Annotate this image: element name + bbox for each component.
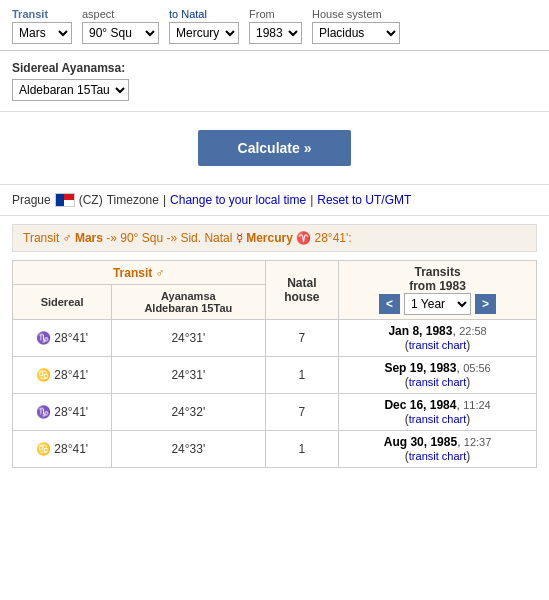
to-natal-field: to Natal Mercury Sun Moon Venus Mars (169, 8, 239, 44)
tz-text: Timezone (107, 193, 159, 207)
position-sidereal: ♑ 28°41' (13, 320, 112, 357)
sidereal-select[interactable]: Aldebaran 15Tau Lahiri Raman Krishnamurt… (12, 79, 129, 101)
position-ayanamsa: 24°32' (112, 394, 265, 431)
city-name: Prague (12, 193, 51, 207)
table-row: ♑ 28°41' 24°32' 7 Dec 16, 1984, 11:24 (t… (13, 394, 537, 431)
transit-label: Transit (12, 8, 72, 20)
sidereal-section: Sidereal Ayanamsa: Aldebaran 15Tau Lahir… (0, 51, 549, 112)
aspect-field: aspect 90° Squ 0° Con 60° Sex 120° Tri 1… (82, 8, 159, 44)
col-transit-header: Transit ♂ (13, 261, 266, 285)
reset-ut-gmt-link[interactable]: Reset to UT/GMT (317, 193, 411, 207)
transit-date: Aug 30, 1985 (384, 435, 457, 449)
transit-time: 05:56 (463, 362, 491, 374)
position-ayanamsa: 24°33' (112, 431, 265, 468)
col-transits-from-header: Transits from 1983 < 1 Year 2 Years 5 Ye… (339, 261, 537, 320)
position-sidereal: ♋ 28°41' (13, 431, 112, 468)
house-number: 7 (265, 320, 339, 357)
natal-select[interactable]: Mercury Sun Moon Venus Mars (169, 22, 239, 44)
zodiac-symbol: ♑ (36, 331, 51, 345)
change-local-time-link[interactable]: Change to your local time (170, 193, 306, 207)
transit-chart-link[interactable]: transit chart (409, 339, 466, 351)
position-ayanamsa: 24°31' (112, 320, 265, 357)
aspect-label: aspect (82, 8, 159, 20)
transit-date-cell: Sep 19, 1983, 05:56 (transit chart) (339, 357, 537, 394)
position-sidereal: ♑ 28°41' (13, 394, 112, 431)
to-natal-label: to Natal (169, 8, 239, 20)
house-number: 1 (265, 357, 339, 394)
transit-chart-link[interactable]: transit chart (409, 376, 466, 388)
transit-time: 11:24 (463, 399, 491, 411)
from-label: From (249, 8, 302, 20)
transit-chart-link[interactable]: transit chart (409, 450, 466, 462)
house-system-label: House system (312, 8, 400, 20)
results-table: Transit ♂ Natalhouse Transits from 1983 … (12, 260, 537, 468)
house-number: 1 (265, 431, 339, 468)
position-ayanamsa: 24°31' (112, 357, 265, 394)
house-system-field: House system Placidus Koch Equal Whole S… (312, 8, 400, 44)
sub-ayanamsa-header: AyanamsaAldebaran 15Tau (112, 285, 265, 320)
zodiac-symbol: ♋ (36, 442, 51, 456)
position-sidereal: ♋ 28°41' (13, 357, 112, 394)
transit-date-cell: Aug 30, 1985, 12:37 (transit chart) (339, 431, 537, 468)
next-year-button[interactable]: > (475, 294, 496, 314)
from-field: From 1983 1984 1985 1986 (249, 8, 302, 44)
country-code: (CZ) (79, 193, 103, 207)
house-system-select[interactable]: Placidus Koch Equal Whole Sign (312, 22, 400, 44)
transit-field: Transit Mars Sun Moon Venus (12, 8, 72, 44)
controls-row: Transit Mars Sun Moon Venus aspect 90° S… (12, 8, 537, 44)
flag-icon (55, 193, 75, 207)
from-select[interactable]: 1983 1984 1985 1986 (249, 22, 302, 44)
transit-time: 22:58 (459, 325, 487, 337)
calculate-section: Calculate » (0, 112, 549, 185)
table-row: ♑ 28°41' 24°31' 7 Jan 8, 1983, 22:58 (tr… (13, 320, 537, 357)
calculate-button[interactable]: Calculate » (198, 130, 352, 166)
table-row: ♋ 28°41' 24°33' 1 Aug 30, 1985, 12:37 (t… (13, 431, 537, 468)
transit-time: 12:37 (464, 436, 492, 448)
col-natal-house-header: Natalhouse (265, 261, 339, 320)
zodiac-symbol: ♑ (36, 405, 51, 419)
year-range-select[interactable]: 1 Year 2 Years 5 Years (404, 293, 471, 315)
results-title: Transit ♂ Mars -» 90° Squ -» Sid. Natal … (12, 224, 537, 252)
transit-date: Dec 16, 1984 (384, 398, 456, 412)
sidereal-label: Sidereal Ayanamsa: (12, 61, 537, 75)
separator1: | (163, 193, 166, 207)
results-title-text: Transit ♂ Mars -» 90° Squ -» Sid. Natal … (23, 231, 352, 245)
results-section: Transit ♂ Mars -» 90° Squ -» Sid. Natal … (0, 216, 549, 476)
transit-date: Sep 19, 1983 (384, 361, 456, 375)
house-number: 7 (265, 394, 339, 431)
transit-date-cell: Jan 8, 1983, 22:58 (transit chart) (339, 320, 537, 357)
transit-date-cell: Dec 16, 1984, 11:24 (transit chart) (339, 394, 537, 431)
top-bar: Transit Mars Sun Moon Venus aspect 90° S… (0, 0, 549, 51)
aspect-select[interactable]: 90° Squ 0° Con 60° Sex 120° Tri 180° Opp (82, 22, 159, 44)
separator2: | (310, 193, 313, 207)
table-row: ♋ 28°41' 24°31' 1 Sep 19, 1983, 05:56 (t… (13, 357, 537, 394)
zodiac-symbol: ♋ (36, 368, 51, 382)
timezone-bar: Prague (CZ) Timezone | Change to your lo… (0, 185, 549, 216)
prev-year-button[interactable]: < (379, 294, 400, 314)
transit-date: Jan 8, 1983 (388, 324, 452, 338)
transit-select[interactable]: Mars Sun Moon Venus (12, 22, 72, 44)
transit-chart-link[interactable]: transit chart (409, 413, 466, 425)
sub-sidereal-header: Sidereal (13, 285, 112, 320)
